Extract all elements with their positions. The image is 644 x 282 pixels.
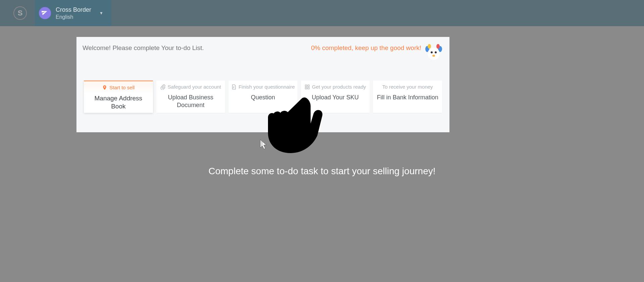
card-task-label: Manage Address Book [87,94,150,110]
svg-point-3 [436,44,440,49]
svg-rect-10 [305,87,307,89]
card-header: Get your products ready [305,84,366,90]
welcome-text: Welcome! Please complete Your to-do List… [83,43,204,52]
todo-card-start-to-sell[interactable]: Start to sell Manage Address Book [84,81,153,113]
todo-card-receive-money[interactable]: To receive your money Fill in Bank Infor… [373,81,442,113]
grid-icon [305,84,310,90]
todo-cards-row: Start to sell Manage Address Book Safegu… [83,81,443,113]
card-header: Finish your questionnaire [231,84,295,90]
svg-point-5 [431,51,433,53]
card-task-label: Upload Business Document [159,94,223,109]
document-icon [231,84,236,90]
plane-icon [39,7,51,19]
chevron-down-icon: ▼ [99,11,103,15]
card-header-label: Start to sell [109,85,135,90]
card-header: Safeguard your account [160,84,221,90]
svg-point-4 [428,48,440,60]
pointing-hand-icon [267,96,327,158]
svg-point-2 [428,44,431,49]
cta-message: Complete some to-do task to start your s… [0,166,644,177]
svg-rect-9 [308,85,309,87]
panel-header: Welcome! Please complete Your to-do List… [83,43,443,62]
locale-title: Cross Border [56,6,91,13]
progress-text: 0% completed, keep up the good work! [311,43,421,52]
header-bar: S Cross Border English ▼ [0,0,644,26]
locale-language: English [56,14,91,20]
card-header: To receive your money [382,84,433,90]
locale-selector[interactable]: Cross Border English ▼ [35,0,111,26]
locale-text: Cross Border English [56,6,91,20]
svg-point-7 [432,55,435,57]
card-header-label: Get your products ready [312,84,366,90]
card-header-label: Safeguard your account [168,84,221,90]
location-pin-icon [102,85,107,90]
mascot-icon [424,43,443,62]
site-logo: S [13,6,27,20]
card-task-label: Fill in Bank Information [377,94,438,101]
svg-rect-8 [305,85,307,87]
cursor-arrow-icon [260,139,268,151]
card-header: Start to sell [102,85,135,90]
card-header-label: To receive your money [382,84,433,90]
svg-point-6 [435,51,437,53]
todo-card-safeguard-account[interactable]: Safeguard your account Upload Business D… [156,81,225,113]
todo-panel: Welcome! Please complete Your to-do List… [76,37,449,132]
paperclip-icon [160,84,166,90]
card-header-label: Finish your questionnaire [238,84,295,90]
progress-wrap: 0% completed, keep up the good work! [311,43,443,62]
svg-rect-11 [308,87,309,89]
